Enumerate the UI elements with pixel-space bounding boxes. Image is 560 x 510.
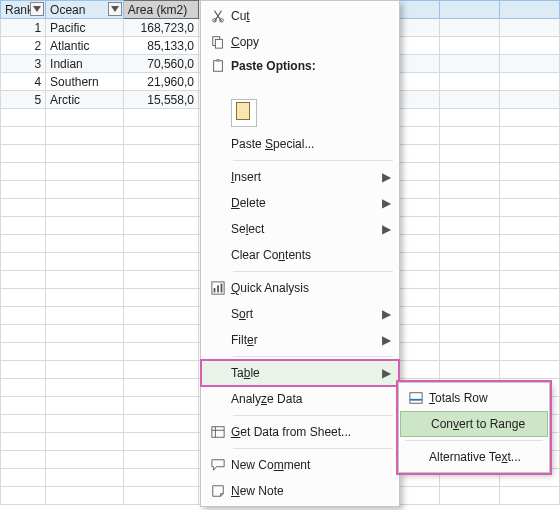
cell-area[interactable]: 21,960,0	[123, 73, 198, 91]
cell-rank[interactable]: 3	[1, 55, 46, 73]
menu-item-label: Table	[231, 366, 381, 380]
get-data-icon	[205, 425, 231, 439]
comment-icon	[205, 458, 231, 472]
cut-icon	[205, 9, 231, 23]
menu-item-label: Delete	[231, 196, 381, 210]
menu-item-label: Cut	[231, 9, 391, 23]
cell-ocean[interactable]: Southern	[46, 73, 124, 91]
filter-dropdown-icon[interactable]	[30, 2, 44, 16]
col-header-area[interactable]: Area (km2)	[123, 1, 198, 19]
menu-item-delete[interactable]: Delete ▶	[201, 190, 399, 216]
cell-area[interactable]: 85,133,0	[123, 37, 198, 55]
paste-options-row	[201, 99, 399, 131]
svg-rect-4	[214, 61, 223, 72]
menu-item-label: Paste Options:	[231, 59, 391, 73]
menu-item-new-note[interactable]: New Note	[201, 478, 399, 504]
submenu-item-alternative-text[interactable]: Alternative Text...	[399, 444, 549, 470]
menu-item-paste-options: Paste Options:	[201, 55, 399, 97]
menu-item-label: Filter	[231, 333, 381, 347]
col-header-rank[interactable]: Rank	[1, 1, 46, 19]
cell-area[interactable]: 168,723,0	[123, 19, 198, 37]
col-header-label: Rank	[5, 3, 33, 17]
cell-rank[interactable]: 2	[1, 37, 46, 55]
submenu-arrow-icon: ▶	[381, 196, 391, 210]
submenu-arrow-icon: ▶	[381, 170, 391, 184]
menu-separator	[233, 356, 393, 357]
menu-item-label: Alternative Text...	[429, 450, 541, 464]
submenu-arrow-icon: ▶	[381, 333, 391, 347]
svg-rect-10	[212, 427, 224, 438]
svg-rect-8	[217, 285, 219, 292]
paste-icon	[205, 59, 231, 73]
menu-item-label: Paste Special...	[231, 137, 391, 151]
cell-area[interactable]: 15,558,0	[123, 91, 198, 109]
menu-item-label: Insert	[231, 170, 381, 184]
menu-item-insert[interactable]: Insert ▶	[201, 164, 399, 190]
menu-item-paste-special[interactable]: Paste Special...	[201, 131, 399, 157]
menu-item-label: Copy	[231, 35, 391, 49]
filter-dropdown-icon[interactable]	[108, 2, 122, 16]
menu-item-select[interactable]: Select ▶	[201, 216, 399, 242]
context-menu: Cut Copy Paste Options: Paste Special...…	[200, 0, 400, 507]
cell-rank[interactable]: 5	[1, 91, 46, 109]
menu-item-label: New Note	[231, 484, 391, 498]
submenu-arrow-icon: ▶	[381, 366, 391, 380]
menu-item-label: New Comment	[231, 458, 391, 472]
menu-item-label: Quick Analysis	[231, 281, 391, 295]
submenu-item-convert-to-range[interactable]: Convert to Range	[400, 411, 548, 437]
table-submenu: Totals Row Convert to Range Alternative …	[398, 382, 550, 473]
menu-item-sort[interactable]: Sort ▶	[201, 301, 399, 327]
copy-icon	[205, 35, 231, 49]
menu-item-get-data[interactable]: Get Data from Sheet...	[201, 419, 399, 445]
menu-item-filter[interactable]: Filter ▶	[201, 327, 399, 353]
menu-item-label: Sort	[231, 307, 381, 321]
svg-rect-9	[221, 284, 223, 293]
col-header-label: Area (km2)	[128, 3, 187, 17]
menu-item-quick-analysis[interactable]: Quick Analysis	[201, 275, 399, 301]
menu-separator	[233, 160, 393, 161]
paste-option-button[interactable]	[231, 99, 257, 127]
menu-separator	[233, 415, 393, 416]
cell-ocean[interactable]: Indian	[46, 55, 124, 73]
menu-item-label: Analyze Data	[231, 392, 391, 406]
quick-analysis-icon	[205, 281, 231, 295]
svg-rect-5	[216, 59, 220, 62]
col-header-label: Ocean	[50, 3, 85, 17]
cell-rank[interactable]: 4	[1, 73, 46, 91]
menu-item-clear-contents[interactable]: Clear Contents	[201, 242, 399, 268]
cell-ocean[interactable]: Pacific	[46, 19, 124, 37]
submenu-arrow-icon: ▶	[381, 307, 391, 321]
menu-item-label: Clear Contents	[231, 248, 391, 262]
col-header-ocean[interactable]: Ocean	[46, 1, 124, 19]
menu-separator	[405, 440, 543, 441]
cell-ocean[interactable]: Atlantic	[46, 37, 124, 55]
cell-ocean[interactable]: Arctic	[46, 91, 124, 109]
menu-separator	[233, 271, 393, 272]
menu-item-table[interactable]: Table ▶	[201, 360, 399, 386]
menu-item-label: Convert to Range	[431, 417, 539, 431]
note-icon	[205, 484, 231, 498]
menu-item-new-comment[interactable]: New Comment	[201, 452, 399, 478]
submenu-item-totals-row[interactable]: Totals Row	[399, 385, 549, 411]
menu-item-label: Select	[231, 222, 381, 236]
svg-rect-3	[215, 39, 222, 48]
menu-separator	[233, 448, 393, 449]
menu-item-label: Totals Row	[429, 391, 541, 405]
menu-item-label: Get Data from Sheet...	[231, 425, 391, 439]
cell-rank[interactable]: 1	[1, 19, 46, 37]
menu-item-copy[interactable]: Copy	[201, 29, 399, 55]
svg-rect-13	[410, 393, 422, 404]
totals-row-icon	[403, 391, 429, 405]
submenu-arrow-icon: ▶	[381, 222, 391, 236]
menu-item-cut[interactable]: Cut	[201, 3, 399, 29]
menu-item-analyze-data[interactable]: Analyze Data	[201, 386, 399, 412]
cell-area[interactable]: 70,560,0	[123, 55, 198, 73]
svg-rect-7	[214, 288, 216, 292]
